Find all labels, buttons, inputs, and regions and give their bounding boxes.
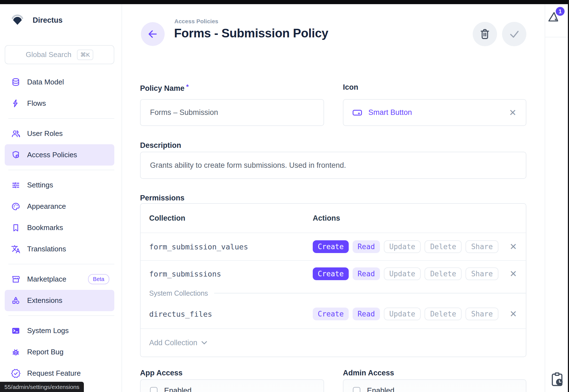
column-header-collection: Collection [149,214,185,223]
icon-input[interactable]: Smart Button ✕ [343,99,526,126]
icon-label: Icon [343,83,358,92]
sidebar-divider [8,315,114,316]
sidebar-item-request-feature[interactable]: Request Feature [5,363,114,384]
sidebar-item-report-bug[interactable]: Report Bug [5,341,114,363]
page-title: Forms - Submission Policy [174,26,328,40]
storefront-icon [11,275,20,284]
permission-row: form_submission_values Create Read Updat… [141,233,526,260]
tune-icon [11,180,20,190]
add-collection-label: Add Collection [149,339,197,347]
admin-access-box: Enabled [343,379,526,392]
remove-row-icon[interactable]: ✕ [509,269,517,278]
trash-icon [479,28,490,40]
create-chip[interactable]: Create [313,267,349,280]
translate-icon [11,244,20,254]
save-button[interactable] [502,22,526,46]
collection-name: directus_files [149,310,212,318]
collection-name: form_submission_values [149,243,248,251]
bug-icon [11,347,20,357]
description-label: Description [140,141,181,150]
icon-value: Smart Button [368,108,412,117]
bolt-icon [11,99,20,108]
share-chip[interactable]: Share [465,240,498,253]
notification-button[interactable]: 1 [547,10,560,24]
share-chip[interactable]: Share [465,267,498,280]
policy-name-input[interactable]: Forms – Submission [140,99,324,126]
sidebar-divider [8,118,114,119]
sidebar-item-data-model[interactable]: Data Model [5,71,114,93]
sidebar-item-extensions[interactable]: Extensions [5,290,114,311]
shield-user-icon [11,150,20,160]
permissions-header-row: Collection Actions [141,204,526,233]
permissions-table: Collection Actions form_submission_value… [140,203,526,357]
sidebar-item-settings[interactable]: Settings [5,174,114,196]
admin-access-checkbox-label: Enabled [367,386,394,392]
arrow-left-icon [147,29,158,39]
main-content: Access Policies Forms - Submission Polic… [122,4,545,392]
bookmark-icon [11,223,20,233]
create-chip[interactable]: Create [313,240,349,253]
read-chip[interactable]: Read [353,267,380,280]
share-chip[interactable]: Share [465,308,498,320]
policy-name-value: Forms – Submission [150,108,218,117]
app-access-label: App Access [140,369,183,377]
permission-row: directus_files Create Read Update Delete… [141,300,526,328]
delete-chip[interactable]: Delete [425,267,462,280]
app-access-box: Enabled [140,379,324,392]
sidebar-item-flows[interactable]: Flows [5,93,114,114]
system-top-bar [0,0,569,4]
read-chip[interactable]: Read [353,308,380,320]
sidebar-item-marketplace[interactable]: Marketplace Beta [5,269,114,290]
users-icon [11,129,20,138]
description-input[interactable]: Grants ability to create form submission… [140,152,526,179]
palette-icon [11,202,20,211]
terminal-icon [11,326,20,336]
action-chips: Create Read Update Delete Share [313,308,498,320]
admin-access-checkbox[interactable] [353,387,360,392]
delete-button[interactable] [473,22,497,46]
check-icon [508,29,520,39]
delete-chip[interactable]: Delete [425,308,462,320]
system-collections-divider: System Collections [141,287,526,300]
collection-name: form_submissions [149,270,221,278]
delete-chip[interactable]: Delete [425,240,462,253]
search-placeholder: Global Search [26,50,71,59]
update-chip[interactable]: Update [384,267,421,280]
global-search-input[interactable]: Global Search ⌘K [5,45,114,64]
admin-access-label: Admin Access [343,369,394,377]
required-star: * [186,83,189,91]
read-chip[interactable]: Read [353,240,380,253]
add-collection-row[interactable]: Add Collection [141,328,526,357]
permissions-label: Permissions [140,194,185,202]
remove-row-icon[interactable]: ✕ [509,310,517,318]
app-window: Directus Global Search ⌘K Data Model [0,0,569,392]
app-access-checkbox[interactable] [150,387,157,392]
sidebar-divider [8,170,114,170]
smart-button-icon [352,108,362,118]
beta-badge: Beta [88,274,109,284]
clipboard-clock-icon [550,372,564,388]
sidebar-divider [8,264,114,264]
sidebar-item-system-logs[interactable]: System Logs [5,320,114,341]
update-chip[interactable]: Update [384,308,421,320]
sidebar-item-access-policies[interactable]: Access Policies [5,144,114,166]
policy-name-label: Policy Name* [140,83,189,93]
description-value: Grants ability to create form submission… [150,161,346,170]
search-shortcut-badge: ⌘K [77,50,93,60]
clear-icon-button[interactable]: ✕ [509,108,516,117]
brand-row[interactable]: Directus [10,15,121,26]
sidebar-item-user-roles[interactable]: User Roles [5,123,114,144]
create-chip[interactable]: Create [313,308,349,320]
notifications-section[interactable]: 1 [545,4,569,37]
breadcrumb[interactable]: Access Policies [174,18,218,25]
sidebar-item-appearance[interactable]: Appearance [5,196,114,217]
activity-button[interactable] [545,372,569,388]
status-url-tooltip: 55/admin/settings/extensions [0,382,84,392]
back-button[interactable] [141,22,165,46]
screen-right-edge [568,0,569,392]
sidebar-item-translations[interactable]: Translations [5,238,114,260]
remove-row-icon[interactable]: ✕ [509,242,517,251]
update-chip[interactable]: Update [384,240,421,253]
action-chips: Create Read Update Delete Share [313,240,498,253]
sidebar-item-bookmarks[interactable]: Bookmarks [5,217,114,238]
